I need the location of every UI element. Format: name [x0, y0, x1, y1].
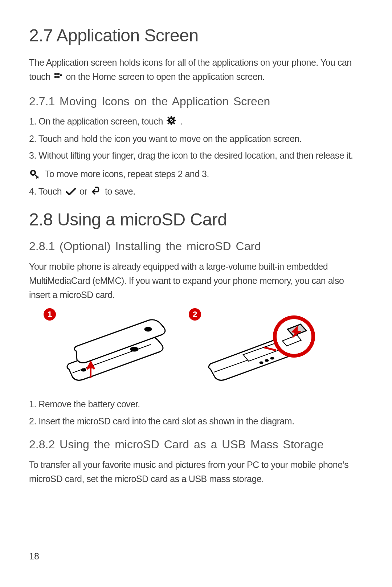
step-271-3: 3. Without lifting your finger, drag the… [29, 149, 363, 162]
diagram-row: 1 [44, 308, 363, 388]
intro-2-7: The Application screen holds icons for a… [29, 56, 363, 85]
step-281-2: 2. Insert the microSD card into the card… [29, 415, 363, 428]
diagram-1: 1 [44, 308, 174, 388]
svg-rect-9 [174, 120, 176, 121]
svg-rect-1 [57, 73, 60, 75]
svg-point-19 [145, 327, 151, 331]
svg-point-16 [32, 171, 34, 174]
step-271-4c: to save. [105, 186, 135, 196]
settings-gear-icon [167, 115, 176, 129]
phone-insert-sd-illustration [203, 315, 319, 387]
svg-point-18 [81, 369, 86, 371]
step-271-1b: . [180, 116, 182, 126]
check-icon [66, 186, 76, 199]
svg-point-17 [131, 347, 138, 351]
step-271-4: 4. Touch or to save. [29, 185, 363, 199]
note-271: To move more icons, repeat steps 2 and 3… [29, 169, 363, 180]
note-271-text: To move more icons, repeat steps 2 and 3… [45, 169, 209, 179]
step-281-1: 1. Remove the battery cover. [29, 398, 363, 411]
magnifier-note-icon [29, 169, 40, 180]
intro-2-8-2: To transfer all your favorite music and … [29, 458, 363, 486]
svg-rect-3 [57, 76, 60, 78]
svg-point-20 [271, 358, 274, 359]
step-271-4a: 4. Touch [29, 186, 64, 196]
svg-point-22 [260, 362, 263, 363]
svg-rect-7 [171, 123, 172, 125]
apps-grid-icon [54, 70, 62, 85]
heading-2-8-2: 2.8.2 Using the microSD Card as a USB Ma… [29, 438, 363, 451]
svg-rect-2 [54, 76, 57, 78]
back-arrow-icon [91, 186, 101, 199]
svg-rect-8 [167, 120, 168, 121]
callout-2: 2 [189, 308, 201, 321]
heading-2-8-1: 2.8.1 (Optional) Installing the microSD … [29, 240, 363, 253]
page-number: 18 [29, 551, 39, 562]
intro-2-7-part2: on the Home screen to open the applicati… [66, 72, 265, 82]
diagram-2: 2 [189, 308, 319, 388]
phone-remove-cover-illustration [58, 315, 174, 387]
step-271-2: 2. Touch and hold the icon you want to m… [29, 132, 363, 145]
step-271-1: 1. On the application screen, touch [29, 115, 363, 129]
callout-1: 1 [44, 308, 56, 321]
intro-2-8-1: Your mobile phone is already equipped wi… [29, 260, 363, 302]
step-271-1a: 1. On the application screen, touch [29, 116, 165, 126]
heading-2-7: 2.7 Application Screen [29, 25, 363, 45]
heading-2-7-1: 2.7.1 Moving Icons on the Application Sc… [29, 95, 363, 108]
heading-2-8: 2.8 Using a microSD Card [29, 209, 363, 229]
svg-rect-6 [171, 116, 172, 118]
svg-point-21 [265, 360, 268, 361]
manual-page: 2.7 Application Screen The Application s… [0, 0, 392, 587]
step-271-4b: or [79, 186, 90, 196]
svg-rect-0 [54, 73, 57, 75]
svg-rect-4 [60, 74, 62, 76]
